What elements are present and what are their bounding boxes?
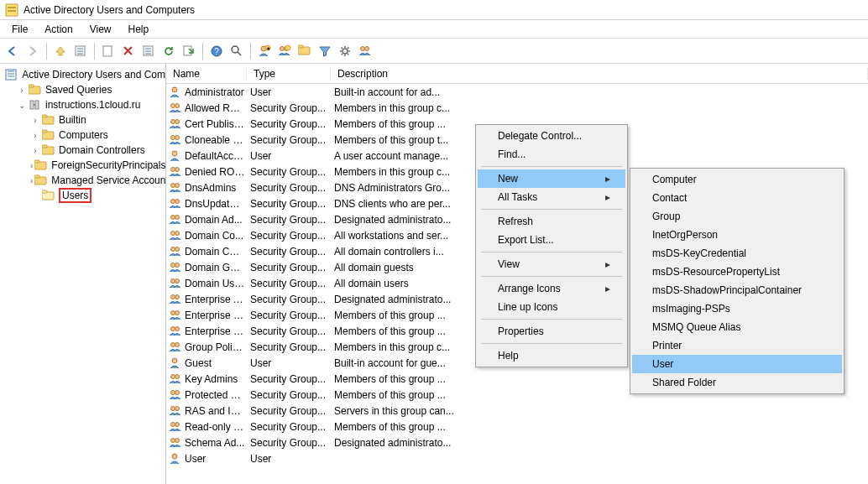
menu-action[interactable]: Action xyxy=(36,22,81,37)
list-row[interactable]: Schema Ad...Security Group...Designated … xyxy=(166,435,868,450)
show-hide-tree-button[interactable] xyxy=(71,42,90,60)
expander-icon[interactable]: › xyxy=(30,116,40,125)
ctx-new[interactable]: New▸ xyxy=(478,169,625,188)
cell-type: Security Group... xyxy=(250,437,334,449)
refresh-button[interactable] xyxy=(159,42,178,60)
column-header-name[interactable]: Name xyxy=(166,68,247,80)
expander-icon[interactable]: ⌄ xyxy=(17,101,27,110)
ctx-help[interactable]: Help xyxy=(478,346,625,365)
tree-pane[interactable]: Active Directory Users and Com › Saved Q… xyxy=(0,64,166,484)
ctx-separator xyxy=(481,343,622,344)
ctx-new-user[interactable]: User xyxy=(632,355,842,373)
ctx-find[interactable]: Find... xyxy=(478,145,625,164)
ctx-refresh[interactable]: Refresh xyxy=(478,212,625,231)
ctx-new-computer[interactable]: Computer xyxy=(632,170,842,189)
ctx-new-resourceproperty[interactable]: msDS-ResourcePropertyList xyxy=(632,263,842,281)
cell-name: Denied ROD... xyxy=(185,166,250,178)
expander-icon[interactable]: › xyxy=(17,86,27,95)
cut-button[interactable] xyxy=(99,42,118,60)
export-list-button[interactable] xyxy=(180,42,198,60)
ctx-view[interactable]: View▸ xyxy=(478,255,625,273)
menu-file[interactable]: File xyxy=(3,22,36,37)
expander-icon[interactable]: › xyxy=(30,131,40,140)
user-icon xyxy=(168,149,183,163)
list-row[interactable]: Read-only D...Security Group...Members o… xyxy=(166,419,868,435)
group-icon xyxy=(168,404,183,418)
ctx-new-printer[interactable]: Printer xyxy=(632,336,842,355)
cell-description: All domain users xyxy=(334,278,482,289)
group-icon xyxy=(168,436,183,450)
tree-saved-queries[interactable]: › Saved Queries xyxy=(0,82,165,97)
find-button[interactable] xyxy=(227,42,246,60)
ctx-new-shared-folder[interactable]: Shared Folder xyxy=(632,373,842,392)
ctx-new-msmq-queue[interactable]: MSMQ Queue Alias xyxy=(632,318,842,336)
expander-icon[interactable]: › xyxy=(30,161,33,170)
tree-root[interactable]: Active Directory Users and Com xyxy=(0,67,165,82)
ctx-new-shadowprincipal[interactable]: msDS-ShadowPrincipalContainer xyxy=(632,281,842,299)
filter-button[interactable] xyxy=(316,42,334,60)
ctx-export-list[interactable]: Export List... xyxy=(478,231,625,249)
new-group-button[interactable] xyxy=(275,42,294,60)
ctx-new-imaging-psps[interactable]: msImaging-PSPs xyxy=(632,299,842,318)
cell-description: Members of this group ... xyxy=(334,325,482,337)
user-icon xyxy=(168,86,183,99)
cell-description: DNS clients who are per... xyxy=(334,198,482,210)
cell-description: Built-in account for gue... xyxy=(334,357,482,369)
ctx-label: Arrange Icons xyxy=(498,283,561,294)
tree-container-domain-controllers[interactable]: › Domain Controllers xyxy=(0,143,165,158)
list-row[interactable]: UserUser xyxy=(166,450,868,466)
tree-container-fsp[interactable]: › ForeignSecurityPrincipals xyxy=(0,158,165,173)
ctx-properties[interactable]: Properties xyxy=(478,322,625,341)
group-icon xyxy=(168,261,183,274)
ctx-new-keycredential[interactable]: msDS-KeyCredential xyxy=(632,244,842,263)
list-row[interactable]: RAS and IAS ...Security Group...Servers … xyxy=(166,403,868,419)
back-button[interactable] xyxy=(3,42,22,60)
new-user-button[interactable] xyxy=(255,42,274,60)
up-button[interactable] xyxy=(51,42,70,60)
group-icon xyxy=(168,213,183,226)
cell-type: Security Group... xyxy=(250,421,334,433)
tree-container-computers[interactable]: › Computers xyxy=(0,128,165,143)
cell-type: Security Group... xyxy=(250,182,334,194)
tree-label: Managed Service Accoun xyxy=(51,174,165,186)
menu-help[interactable]: Help xyxy=(120,22,158,37)
svg-rect-23 xyxy=(103,46,112,56)
ctx-delegate-control[interactable]: Delegate Control... xyxy=(478,127,625,145)
cell-type: Security Group... xyxy=(250,389,334,401)
expander-icon[interactable]: › xyxy=(30,146,40,155)
tree-domain[interactable]: ⌄ instructions.1cloud.ru xyxy=(0,97,165,112)
ctx-all-tasks[interactable]: All Tasks▸ xyxy=(478,188,625,206)
group-icon xyxy=(168,293,183,306)
ctx-label: All Tasks xyxy=(498,191,537,203)
group-icon xyxy=(168,277,183,290)
ctx-arrange-icons[interactable]: Arrange Icons▸ xyxy=(478,279,625,298)
ctx-new-contact[interactable]: Contact xyxy=(632,189,842,207)
group-icon xyxy=(168,372,183,386)
properties-button[interactable] xyxy=(139,42,158,60)
menu-view[interactable]: View xyxy=(81,22,120,37)
tree-container-users[interactable]: Users xyxy=(0,188,165,203)
cell-type: Security Group... xyxy=(250,341,334,353)
cell-description: Designated administrato... xyxy=(334,294,482,305)
cell-description: All domain controllers i... xyxy=(334,246,482,258)
folder-icon xyxy=(42,114,55,126)
list-row[interactable]: Allowed RO...Security Group...Members in… xyxy=(166,100,868,116)
ctx-line-up-icons[interactable]: Line up Icons xyxy=(478,298,625,316)
add-to-group-button[interactable] xyxy=(356,42,374,60)
expander-icon[interactable]: › xyxy=(30,176,33,185)
tree-container-msa[interactable]: › Managed Service Accoun xyxy=(0,173,165,188)
column-header-description[interactable]: Description xyxy=(331,68,868,80)
delete-button[interactable] xyxy=(119,42,138,60)
toolbar-separator xyxy=(202,43,203,60)
cell-type: Security Group... xyxy=(250,310,334,321)
new-ou-button[interactable] xyxy=(295,42,314,60)
ctx-new-group[interactable]: Group xyxy=(632,207,842,226)
help-button[interactable] xyxy=(207,42,226,60)
options-button[interactable] xyxy=(336,42,354,60)
column-header-type[interactable]: Type xyxy=(247,68,331,80)
ctx-label: Export List... xyxy=(498,234,554,246)
tree-label: Users xyxy=(59,188,92,203)
tree-container-builtin[interactable]: › Builtin xyxy=(0,112,165,128)
list-row[interactable]: AdministratorUserBuilt-in account for ad… xyxy=(166,84,868,100)
ctx-new-inetorgperson[interactable]: InetOrgPerson xyxy=(632,226,842,244)
